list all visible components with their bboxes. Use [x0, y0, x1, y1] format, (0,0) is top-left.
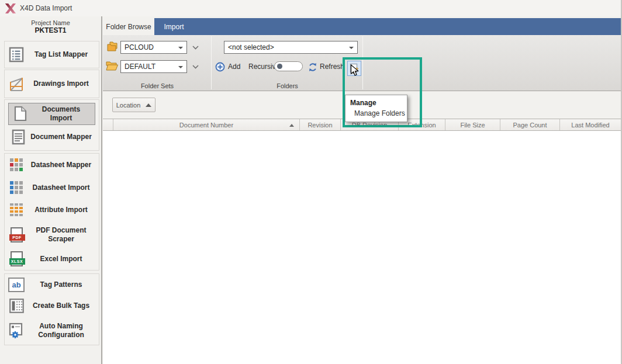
tooltip-description: Manage Folders — [354, 109, 403, 117]
folder-expand-button[interactable] — [191, 63, 200, 70]
collapse-up-icon — [146, 103, 151, 107]
sort-ascending-icon — [289, 124, 294, 127]
tag-list-mapper-icon — [5, 47, 28, 63]
ab-glyph: ab — [8, 278, 25, 292]
sidebar-item-attribute-import[interactable]: Attribute Import — [5, 199, 99, 221]
refresh-button[interactable]: Refresh — [308, 62, 344, 72]
column-header-file-size[interactable]: File Size — [445, 119, 500, 130]
sidebar-item-label: Tag List Mapper — [28, 50, 99, 58]
add-button[interactable]: Add — [215, 62, 240, 72]
folder-set-expand-button[interactable] — [191, 44, 200, 51]
sidebar-item-tag-patterns[interactable]: ab Tag Patterns — [5, 274, 99, 295]
attribute-import-icon — [5, 203, 28, 217]
sidebar-item-label: PDF Document Scraper — [28, 226, 99, 243]
tag-patterns-icon: ab — [5, 278, 28, 292]
sidebar-item-label: Auto Naming Configuration — [28, 322, 99, 339]
recursive-toggle[interactable] — [274, 61, 303, 71]
sidebar-card: Documents Import Document Mapper — [4, 99, 99, 151]
auto-naming-configuration-icon — [5, 323, 28, 339]
folder-select-combo[interactable]: <not selected> — [224, 41, 358, 54]
sidebar-item-label: Excel Import — [28, 255, 99, 263]
sidebar-item-excel-import[interactable]: XLSX Excel Import — [5, 248, 99, 270]
project-name-value: PKTEST1 — [0, 26, 101, 34]
sidebar-item-document-mapper[interactable]: Document Mapper — [6, 126, 97, 148]
row-indicator-column-header — [103, 119, 113, 130]
project-name-label: Project Name — [0, 19, 101, 26]
group-separator — [211, 36, 212, 89]
column-header-last-modified[interactable]: Last Modified — [560, 119, 621, 130]
xlsx-badge: XLSX — [9, 258, 25, 265]
combo-dropdown-arrow-icon — [178, 47, 183, 49]
add-button-label: Add — [228, 62, 240, 72]
grid-body[interactable] — [103, 131, 621, 364]
sidebar-item-datasheet-import[interactable]: Datasheet Import — [5, 176, 99, 199]
sidebar-item-pdf-document-scraper[interactable]: PDF PDF Document Scraper — [5, 221, 99, 248]
sidebar-item-tag-list-mapper[interactable]: Tag List Mapper — [5, 47, 99, 63]
folder-set-icon — [106, 41, 118, 55]
drawings-import-icon — [5, 77, 28, 92]
sidebar-item-label: Create Bulk Tags — [28, 301, 99, 310]
document-mapper-icon — [6, 129, 30, 145]
column-header-label: Last Modified — [571, 122, 609, 129]
sidebar-item-label: Document Mapper — [30, 133, 97, 141]
group-label-folder-sets: Folder Sets — [103, 82, 212, 89]
documents-import-icon — [9, 106, 32, 122]
column-header-label: Revision — [307, 122, 332, 129]
column-header-page-count[interactable]: Page Count — [500, 119, 560, 130]
folder-set-combo-value: PCLOUD — [125, 43, 154, 51]
datasheet-import-icon — [5, 181, 28, 194]
group-separator — [362, 36, 363, 89]
sidebar-item-create-bulk-tags[interactable]: Create Bulk Tags — [5, 295, 99, 316]
sidebar-card: Drawings Import — [4, 70, 99, 98]
combo-dropdown-arrow-icon — [349, 47, 354, 49]
column-header-label: File Size — [460, 122, 485, 129]
column-header-label: DB Revision — [352, 122, 388, 129]
location-button[interactable]: Location — [112, 98, 156, 112]
sidebar-item-label: Datasheet Import — [28, 183, 99, 192]
manage-tooltip: Manage Manage Folders — [345, 95, 407, 122]
sidebar-item-label: Tag Patterns — [28, 280, 99, 289]
column-header-label: Document Number — [179, 122, 233, 129]
sidebar-item-drawings-import[interactable]: Drawings Import — [5, 77, 99, 92]
sidebar-item-label: Datasheet Mapper — [28, 161, 99, 169]
sidebar-card: Datasheet Mapper Datasheet Import Attrib… — [4, 153, 99, 271]
sidebar-item-label: Documents Import — [32, 105, 95, 122]
toggle-knob — [277, 64, 282, 69]
app-window: X4D Data Import Project Name PKTEST1 Tag… — [0, 0, 622, 364]
tooltip-title: Manage — [350, 99, 403, 107]
sidebar-item-datasheet-mapper[interactable]: Datasheet Mapper — [5, 154, 99, 176]
sidebar-item-label: Drawings Import — [28, 79, 99, 88]
column-header-revision[interactable]: Revision — [300, 119, 341, 130]
folder-open-icon — [106, 61, 118, 73]
column-header-label: Extension — [407, 122, 436, 129]
folder-combo[interactable]: DEFAULT — [120, 60, 187, 73]
column-header-document-number[interactable]: Document Number — [113, 119, 300, 130]
pdf-document-icon: PDF — [5, 227, 28, 242]
tab-import[interactable]: Import — [154, 18, 193, 35]
folder-select-value: <not selected> — [228, 43, 274, 51]
sidebar: Project Name PKTEST1 Tag List Mapper Dra… — [0, 16, 102, 364]
location-button-label: Location — [116, 102, 141, 109]
manage-folders-button[interactable] — [347, 61, 361, 76]
tab-strip: Folder Browse Import — [103, 18, 621, 35]
window-title: X4D Data Import — [20, 4, 72, 12]
create-bulk-tags-icon — [5, 299, 28, 313]
folder-set-combo[interactable]: PCLOUD — [120, 41, 187, 54]
tab-folder-browse[interactable]: Folder Browse — [103, 18, 154, 35]
refresh-button-label: Refresh — [320, 62, 344, 72]
combo-dropdown-arrow-icon — [178, 66, 183, 68]
app-logo-icon — [5, 4, 16, 13]
datasheet-mapper-icon — [5, 158, 28, 171]
folder-combo-value: DEFAULT — [125, 63, 156, 71]
sidebar-item-documents-import[interactable]: Documents Import — [8, 103, 95, 125]
add-plus-icon — [215, 62, 225, 72]
sidebar-card: Tag List Mapper — [4, 41, 99, 68]
sidebar-item-auto-naming-configuration[interactable]: Auto Naming Configuration — [5, 317, 99, 345]
refresh-icon — [308, 63, 317, 72]
excel-xlsx-icon: XLSX — [5, 251, 28, 266]
title-bar: X4D Data Import — [0, 0, 621, 16]
group-label-folders: Folders — [212, 82, 363, 89]
pdf-badge: PDF — [9, 234, 25, 241]
manage-pencil-icon — [350, 63, 359, 74]
column-header-label: Page Count — [513, 122, 547, 129]
